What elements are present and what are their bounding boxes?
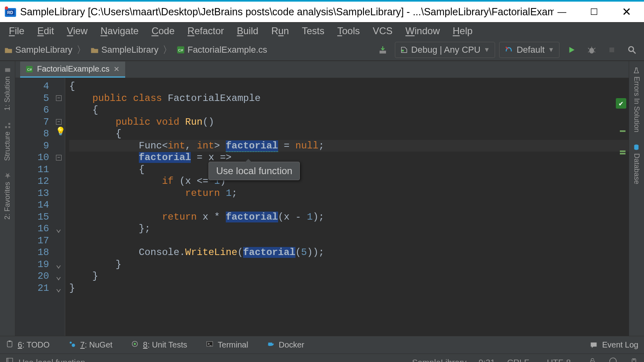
line-number[interactable]: 18 [15, 247, 49, 259]
line-number[interactable]: 6 [15, 104, 49, 116]
rail-database[interactable]: Database [632, 138, 641, 190]
minimize-button[interactable]: — [554, 5, 570, 19]
line-number[interactable]: 11 [15, 164, 49, 176]
code-line[interactable]: { [69, 164, 629, 176]
code-line[interactable]: return 1; [69, 187, 629, 200]
fold-marker[interactable]: − [52, 93, 65, 105]
menu-code[interactable]: Code [145, 24, 181, 38]
menu-navigate[interactable]: Navigate [94, 24, 145, 38]
code-line[interactable] [69, 199, 629, 211]
rail----solution[interactable]: 1: Solution [3, 61, 12, 116]
menu-edit[interactable]: Edit [31, 24, 60, 38]
rail-errors-in-solution[interactable]: Errors In Solution [632, 61, 641, 138]
code-line[interactable]: { [69, 128, 629, 140]
code-line[interactable]: factorial = x => [69, 152, 629, 164]
stop-button[interactable] [604, 42, 620, 58]
toolwindow-icon[interactable] [6, 357, 14, 362]
inspection-marker[interactable] [620, 153, 625, 154]
line-number[interactable]: 16 [15, 223, 49, 235]
toolwin----nuget[interactable]: 7: NuGet [68, 340, 112, 350]
rail-structure[interactable]: Structure [3, 116, 12, 167]
fold-marker[interactable] [52, 104, 65, 116]
fold-marker[interactable] [52, 80, 65, 93]
fold-marker[interactable] [52, 164, 65, 176]
fold-marker[interactable]: ⌄ [52, 259, 65, 271]
code-editor[interactable]: 456789101112131415161718192021 −−−⌄⌄⌄⌄ {… [15, 78, 629, 336]
line-number[interactable]: 15 [15, 211, 49, 223]
toolwin-docker[interactable]: Docker [267, 340, 304, 350]
tab-close-icon[interactable]: ✕ [114, 65, 120, 74]
build-button[interactable] [375, 42, 391, 58]
fold-marker[interactable]: ⌄ [52, 270, 65, 282]
fold-marker[interactable] [52, 247, 65, 259]
breadcrumb-item[interactable]: SampleLibrary [90, 45, 159, 55]
line-number[interactable]: 20 [15, 270, 49, 282]
toolwin-terminal[interactable]: >_Terminal [206, 340, 248, 350]
line-number[interactable]: 10 [15, 152, 49, 164]
code-content[interactable]: { public class FactorialExample { public… [65, 78, 629, 336]
menu-tools[interactable]: Tools [331, 24, 366, 38]
caret-position[interactable]: 9:31 [479, 358, 495, 362]
line-number[interactable]: 8 [15, 128, 49, 140]
code-line[interactable]: } [69, 259, 629, 271]
menu-file[interactable]: File [2, 24, 31, 38]
status-context[interactable]: SampleLibrary [412, 358, 466, 362]
fold-marker[interactable]: ⌄ [52, 223, 65, 235]
fold-marker[interactable] [52, 187, 65, 200]
line-number[interactable]: 17 [15, 235, 49, 247]
editor-tab[interactable]: C# FactorialExample.cs ✕ [20, 62, 125, 78]
toolwin----todo[interactable]: 6: TODO [6, 340, 50, 350]
line-number[interactable]: 13 [15, 187, 49, 200]
fold-marker[interactable] [52, 140, 65, 152]
rail----favorites[interactable]: 2: Favorites [3, 167, 12, 225]
toolwin----unit-tests[interactable]: 8: Unit Tests [131, 340, 187, 350]
line-number[interactable]: 7 [15, 116, 49, 128]
code-line[interactable] [69, 235, 629, 247]
close-button[interactable]: ✕ [618, 5, 634, 19]
inspection-indicator-icon[interactable] [609, 357, 617, 362]
code-line[interactable]: { [69, 80, 629, 93]
line-number[interactable]: 9 [15, 140, 49, 152]
line-number[interactable]: 21 [15, 282, 49, 294]
code-line[interactable]: Func<int, int> factorial = null; [69, 140, 629, 152]
fold-marker[interactable] [52, 199, 65, 211]
menu-help[interactable]: Help [446, 24, 479, 38]
menu-build[interactable]: Build [231, 24, 265, 38]
lock-icon[interactable] [588, 357, 597, 362]
event-log-button[interactable]: Event Log [589, 340, 638, 350]
breadcrumb-item[interactable]: C#FactorialExample.cs [176, 45, 267, 55]
fold-marker[interactable] [52, 235, 65, 247]
inspection-ok-icon[interactable]: ✔ [616, 98, 626, 109]
fold-marker[interactable] [52, 175, 65, 187]
menu-run[interactable]: Run [265, 24, 295, 38]
code-line[interactable]: } [69, 282, 629, 294]
menu-refactor[interactable]: Refactor [181, 24, 231, 38]
breadcrumb-item[interactable]: SampleLibrary [4, 45, 72, 55]
lightbulb-icon[interactable]: 💡 [56, 126, 66, 136]
code-line[interactable]: } [69, 270, 629, 282]
menu-view[interactable]: View [60, 24, 94, 38]
code-line[interactable]: if (x <= 1) [69, 175, 629, 187]
fold-marker[interactable] [52, 211, 65, 223]
menu-tests[interactable]: Tests [295, 24, 331, 38]
run-configuration-dropdown[interactable]: Debug | Any CPU ▼ [395, 42, 495, 58]
fold-marker[interactable]: − [52, 152, 65, 164]
line-number[interactable]: 12 [15, 175, 49, 187]
run-button[interactable] [564, 42, 580, 58]
run-profile-dropdown[interactable]: Default ▼ [499, 42, 559, 58]
maximize-button[interactable]: ☐ [586, 5, 602, 19]
inspection-marker[interactable] [620, 150, 625, 152]
code-line[interactable]: public class FactorialExample [69, 93, 629, 105]
code-line[interactable]: return x * factorial(x - 1); [69, 211, 629, 223]
line-number[interactable]: 4 [15, 80, 49, 93]
quick-fix-tooltip[interactable]: Use local function [208, 162, 300, 180]
line-number[interactable]: 14 [15, 199, 49, 211]
code-line[interactable]: public void Run() [69, 116, 629, 128]
code-line[interactable]: }; [69, 223, 629, 235]
debug-button[interactable] [584, 42, 600, 58]
menu-vcs[interactable]: VCS [366, 24, 399, 38]
code-line[interactable]: { [69, 104, 629, 116]
fold-marker[interactable]: ⌄ [52, 282, 65, 294]
line-number[interactable]: 19 [15, 259, 49, 271]
line-ending-selector[interactable]: CRLF ▴▾ [507, 358, 535, 362]
